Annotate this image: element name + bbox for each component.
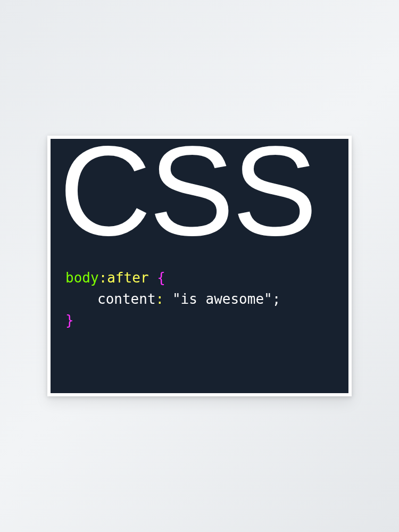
poster: CSS body:after { content: "is awesome"; … [51,139,348,393]
code-open-brace: { [157,270,165,286]
code-space [164,291,172,307]
code-property-colon: : [156,291,164,307]
code-block: body:after { content: "is awesome"; } [65,267,334,331]
code-property: content [97,291,156,307]
code-selector: body [65,270,99,286]
poster-frame: CSS body:after { content: "is awesome"; … [47,136,352,396]
code-space [149,270,157,286]
code-pseudo: after [107,270,148,286]
code-value: "is awesome" [172,291,272,307]
code-pseudo-colon: : [99,270,107,286]
poster-title: CSS [59,132,334,250]
code-close-brace: } [65,312,74,328]
code-semicolon: ; [272,291,281,307]
